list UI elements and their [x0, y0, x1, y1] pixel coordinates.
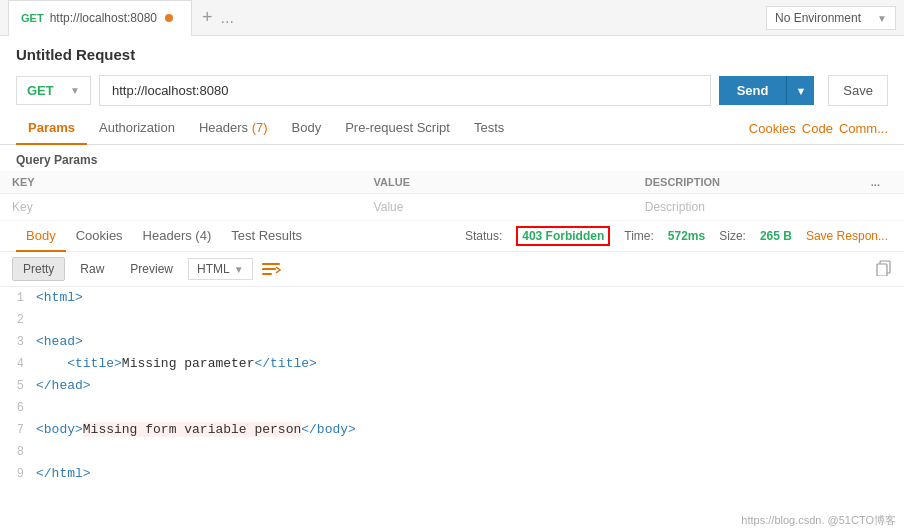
chevron-down-icon: ▼ [234, 264, 244, 275]
tab-tests[interactable]: Tests [462, 112, 516, 145]
add-tab-button[interactable]: + [194, 7, 221, 28]
svg-rect-1 [262, 268, 276, 270]
preview-button[interactable]: Preview [119, 257, 184, 281]
key-column-header: KEY [0, 171, 362, 194]
line-number: 4 [8, 353, 36, 375]
copy-icon[interactable] [876, 260, 892, 279]
status-badge: 403 Forbidden [516, 226, 610, 246]
line-number: 8 [8, 441, 36, 463]
response-section: Body Cookies Headers (4) Test Results St… [0, 221, 904, 485]
resp-tab-headers[interactable]: Headers (4) [133, 221, 222, 252]
resp-tab-body[interactable]: Body [16, 221, 66, 252]
format-toolbar: Pretty Raw Preview HTML ▼ [0, 252, 904, 287]
url-bar: GET ▼ Send ▼ Save [0, 69, 904, 112]
code-line: 6 [8, 397, 904, 419]
response-tabs: Body Cookies Headers (4) Test Results St… [0, 221, 904, 252]
code-line: 4 <title>Missing parameter</title> [8, 353, 904, 375]
size-label: Size: [719, 229, 746, 243]
line-number: 1 [8, 287, 36, 309]
query-params-label: Query Params [0, 145, 904, 171]
send-button-group: Send ▼ [719, 76, 815, 105]
tab-modified-dot [165, 14, 173, 22]
line-number: 6 [8, 397, 36, 419]
pretty-button[interactable]: Pretty [12, 257, 65, 281]
line-number: 5 [8, 375, 36, 397]
chevron-down-icon: ▼ [877, 13, 887, 24]
line-number: 7 [8, 419, 36, 441]
headers-badge: (7) [252, 120, 268, 135]
request-title: Untitled Request [0, 36, 904, 69]
send-button[interactable]: Send [719, 76, 787, 105]
code-line-7: 7 <body>Missing form variable person</bo… [8, 419, 904, 441]
tab-body[interactable]: Body [280, 112, 334, 145]
tab-params[interactable]: Params [16, 112, 87, 145]
key-placeholder[interactable]: Key [0, 194, 362, 221]
svg-rect-0 [262, 263, 280, 265]
tab-method: GET [21, 12, 44, 24]
code-link[interactable]: Code [802, 121, 833, 136]
description-placeholder[interactable]: Description [633, 194, 859, 221]
word-wrap-icon[interactable] [261, 261, 281, 277]
table-row: Key Value Description [0, 194, 904, 221]
code-line: 9 </html> [8, 463, 904, 485]
time-label: Time: [624, 229, 654, 243]
send-dropdown-button[interactable]: ▼ [786, 76, 814, 105]
params-table: KEY VALUE DESCRIPTION ... Key Value Desc… [0, 171, 904, 221]
code-line: 5 </head> [8, 375, 904, 397]
line-number: 3 [8, 331, 36, 353]
chevron-down-icon: ▼ [70, 85, 80, 96]
more-tabs-button[interactable]: ... [221, 9, 234, 27]
code-line: 8 [8, 441, 904, 463]
code-view: 1 <html> 2 3 <head> 4 <title>Missing par… [0, 287, 904, 485]
description-column-header: DESCRIPTION [633, 171, 859, 194]
environment-selector[interactable]: No Environment ▼ [766, 6, 896, 30]
status-label: Status: [465, 229, 502, 243]
method-selector[interactable]: GET ▼ [16, 76, 91, 105]
size-value: 265 B [760, 229, 792, 243]
request-tabs: Params Authorization Headers (7) Body Pr… [0, 112, 904, 145]
resp-tab-test-results[interactable]: Test Results [221, 221, 312, 252]
save-response-button[interactable]: Save Respon... [806, 229, 888, 243]
code-line: 1 <html> [8, 287, 904, 309]
code-line: 2 [8, 309, 904, 331]
value-column-header: VALUE [362, 171, 633, 194]
value-placeholder[interactable]: Value [362, 194, 633, 221]
tab-headers[interactable]: Headers (7) [187, 112, 280, 145]
cookies-link[interactable]: Cookies [749, 121, 796, 136]
tab-authorization[interactable]: Authorization [87, 112, 187, 145]
svg-rect-4 [877, 264, 887, 276]
request-tabs-right: Cookies Code Comm... [749, 121, 888, 136]
url-input[interactable] [99, 75, 711, 106]
svg-rect-2 [262, 273, 272, 275]
response-status-area: Status: 403 Forbidden Time: 572ms Size: … [465, 226, 888, 246]
code-line: 3 <head> [8, 331, 904, 353]
raw-button[interactable]: Raw [69, 257, 115, 281]
request-tab[interactable]: GET http://localhost:8080 [8, 0, 192, 36]
line-number: 9 [8, 463, 36, 485]
time-value: 572ms [668, 229, 705, 243]
environment-label: No Environment [775, 11, 871, 25]
method-label: GET [27, 83, 66, 98]
save-button[interactable]: Save [828, 75, 888, 106]
format-type-label: HTML [197, 262, 230, 276]
resp-tab-cookies[interactable]: Cookies [66, 221, 133, 252]
action-column-header: ... [859, 171, 904, 194]
row-action [859, 194, 904, 221]
comments-link[interactable]: Comm... [839, 121, 888, 136]
format-type-selector[interactable]: HTML ▼ [188, 258, 253, 280]
tab-url: http://localhost:8080 [50, 11, 157, 25]
tab-pre-request-script[interactable]: Pre-request Script [333, 112, 462, 145]
line-number: 2 [8, 309, 36, 331]
